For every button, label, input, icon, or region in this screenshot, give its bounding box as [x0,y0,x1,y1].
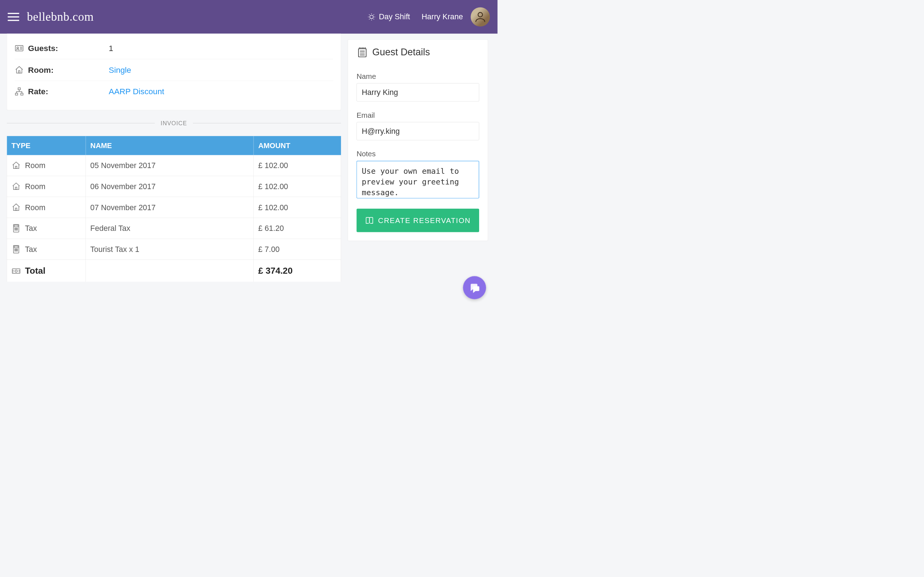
invoice-name: 05 November 2017 [85,155,254,176]
booking-row-room: Room: Single [14,59,333,81]
svg-point-9 [478,13,483,17]
invoice-amount: £ 102.00 [254,197,341,218]
invoice-type: Room [25,203,45,211]
booking-label: Rate: [28,87,109,96]
name-label: Name [356,72,479,80]
house-icon [11,182,21,191]
booking-value-rate[interactable]: AARP Discount [109,87,164,96]
svg-line-3 [369,14,369,15]
table-row: Room07 November 2017£ 102.00 [7,197,341,218]
svg-rect-15 [19,71,20,73]
svg-point-37 [17,250,18,251]
svg-point-33 [16,249,16,250]
svg-point-36 [16,250,16,251]
booking-row-guests: Guests: 1 [14,37,333,59]
svg-point-24 [14,228,15,229]
shift-toggle[interactable]: Day Shift [367,13,410,21]
invoice-type: Room [25,182,45,190]
id-card-icon [14,44,24,53]
svg-line-8 [373,14,374,15]
table-row: TaxTourist Tax x 1£ 7.00 [7,239,341,260]
svg-point-26 [17,228,18,229]
booking-label: Guests: [28,44,109,53]
invoice-amount: £ 102.00 [254,155,341,176]
create-reservation-button[interactable]: CREATE RESERVATION [356,209,479,232]
svg-point-0 [370,15,373,19]
email-input[interactable] [356,122,479,140]
svg-point-27 [14,229,15,230]
chat-icon [469,282,480,293]
booking-value-guests: 1 [109,44,113,53]
house-icon [14,65,24,74]
invoice-name: 07 November 2017 [85,197,254,218]
calculator-icon [11,224,21,233]
shift-label: Day Shift [379,13,410,21]
svg-point-11 [17,47,19,49]
invoice-total-row: Total£ 374.20 [7,260,341,282]
calculator-icon [11,245,21,254]
svg-rect-31 [14,246,18,248]
app-header: bellebnb.com Day Shift Harry Krane [0,0,498,34]
invoice-amount: £ 7.00 [254,239,341,260]
table-row: Room06 November 2017£ 102.00 [7,176,341,197]
invoice-total-amount: £ 374.20 [254,260,341,282]
invoice-table: TYPE NAME AMOUNT Room05 November 2017£ 1… [7,136,341,282]
current-user-name[interactable]: Harry Krane [422,13,463,21]
notes-label: Notes [356,150,479,158]
brand-logo[interactable]: bellebnb.com [27,10,93,24]
booking-label: Room: [28,65,109,74]
svg-point-35 [14,250,15,251]
guest-details-card: Guest Details Name Email Notes [348,39,488,241]
invoice-section-label: INVOICE [155,120,193,126]
svg-rect-16 [18,88,20,90]
invoice-name: Tourist Tax x 1 [85,239,254,260]
invoice-type: Tax [25,245,37,253]
invoice-amount: £ 102.00 [254,176,341,197]
table-row: TaxFederal Tax£ 61.20 [7,218,341,239]
booking-summary-card: Guests: 1 Room: Single [7,34,341,110]
svg-rect-23 [14,225,18,227]
guest-details-title: Guest Details [356,47,479,58]
invoice-name: 06 November 2017 [85,176,254,197]
avatar[interactable] [470,7,490,26]
svg-rect-17 [15,93,18,95]
booking-value-room[interactable]: Single [109,65,131,74]
chat-fab[interactable] [463,276,486,300]
invoice-type: Tax [25,224,37,233]
svg-point-34 [17,249,18,250]
svg-point-25 [16,228,16,229]
svg-point-29 [17,229,18,230]
email-label: Email [356,111,479,119]
svg-rect-19 [15,166,17,168]
table-row: Room05 November 2017£ 102.00 [7,155,341,176]
invoice-amount: £ 61.20 [254,218,341,239]
house-icon [11,203,21,212]
svg-rect-38 [12,269,20,273]
invoice-name: Federal Tax [85,218,254,239]
svg-rect-18 [21,93,23,95]
invoice-divider: INVOICE [7,120,341,126]
menu-icon[interactable] [8,13,19,21]
book-icon [365,216,374,225]
create-reservation-label: CREATE RESERVATION [378,216,471,224]
svg-point-32 [14,249,15,250]
notes-textarea[interactable] [356,161,479,198]
hierarchy-icon [14,87,24,96]
svg-point-28 [16,229,16,230]
notepad-icon [356,47,368,58]
svg-rect-21 [15,208,17,210]
booking-row-rate: Rate: AARP Discount [14,81,333,102]
name-input[interactable] [356,83,479,102]
svg-point-39 [15,270,17,272]
cash-icon [11,266,21,276]
sun-icon [367,13,376,21]
col-amount: AMOUNT [254,136,341,155]
col-type: TYPE [7,136,85,155]
house-icon [11,161,21,170]
invoice-total-label: Total [25,266,45,276]
col-name: NAME [85,136,254,155]
invoice-type: Room [25,161,45,170]
guest-details-title-text: Guest Details [372,47,430,58]
svg-rect-20 [15,187,17,189]
